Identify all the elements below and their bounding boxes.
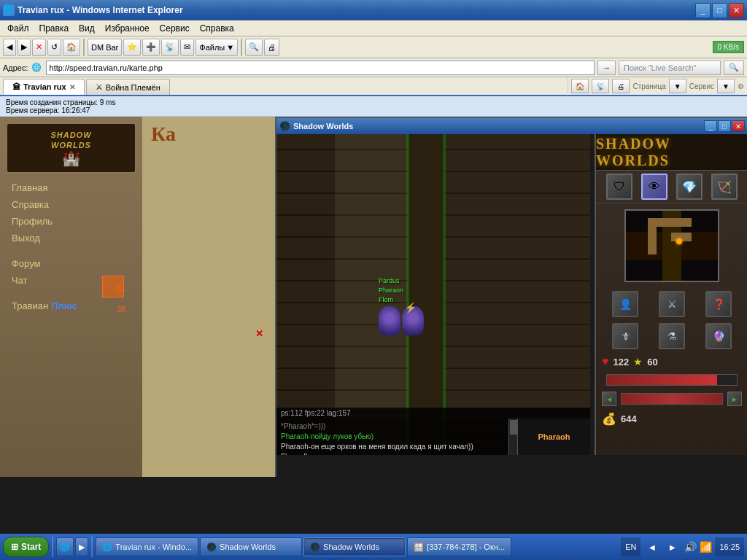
tab-war-icon: ⚔: [96, 82, 103, 92]
action-row-2: 🗡 ⚗ 🔮: [596, 320, 747, 352]
menu-bar: Файл Правка Вид Избранное Сервис Справка: [0, 20, 747, 36]
address-input[interactable]: [46, 61, 595, 75]
next-lang-btn[interactable]: ▶: [664, 540, 681, 554]
lang-indicator[interactable]: EN: [621, 537, 640, 556]
taskbar-item-sw2[interactable]: 🌑 Shadow Worlds: [303, 537, 406, 556]
search-go-btn[interactable]: 🔍: [724, 61, 744, 75]
refresh-button[interactable]: ↺: [47, 39, 61, 56]
taskbar-item-window[interactable]: 🪟 [337-784-278] - Окн...: [407, 537, 511, 556]
print-btn[interactable]: 🖨: [264, 39, 279, 56]
wall-right: [444, 134, 590, 455]
green-line-right: [443, 134, 446, 455]
search-btn[interactable]: 🔍: [245, 39, 263, 56]
character-group: Pardus Pharaon Flom ⚡: [379, 276, 424, 335]
tabs-bar: 🏛 Travian rux ✕ ⚔ Война Племён 🏠 📡 🖨 Стр…: [0, 77, 747, 96]
minimize-button[interactable]: _: [695, 3, 711, 18]
action-help-btn[interactable]: ❓: [705, 291, 732, 317]
menu-view[interactable]: Вид: [74, 22, 99, 35]
action-inventory-btn[interactable]: 👤: [612, 291, 638, 317]
forward-button[interactable]: ▶: [18, 39, 31, 56]
menu-tools[interactable]: Сервис: [155, 22, 194, 35]
address-bar: Адрес: 🌐 → Поиск "Live Search" 🔍: [0, 58, 747, 77]
bottom-bar: ◄ ►: [596, 389, 747, 409]
nav-link-exit[interactable]: Выход: [6, 230, 136, 246]
tab-travian-close[interactable]: ✕: [69, 83, 75, 91]
service-btn[interactable]: ▼: [717, 79, 735, 93]
taskbar: ⊞ Start 🌐 ▶ 🌐 Travian rux - Windo... 🌑 S…: [0, 534, 747, 560]
back-button[interactable]: ◀: [3, 39, 16, 56]
sw-minimize-btn[interactable]: _: [704, 120, 717, 132]
gold-amount: 644: [621, 413, 637, 424]
browser-toolbar: ◀ ▶ ✕ ↺ 🏠 DM Bar ⭐ ➕ 📡 ✉ Файлы ▼ 🔍 🖨 0 K…: [0, 36, 747, 58]
go-button[interactable]: →: [597, 61, 616, 75]
quicklaunch-media[interactable]: ▶: [75, 537, 88, 556]
sidebar: SHADOW WORLDS 🏰 Главная Справка Профиль …: [0, 117, 142, 477]
files-dropdown[interactable]: Файлы ▼: [196, 39, 238, 56]
taskbar-item-travian[interactable]: 🌐 Travian rux - Windo...: [96, 537, 198, 556]
action-magic-btn[interactable]: 🔮: [705, 323, 732, 349]
gold-bar: 💰 644: [596, 409, 747, 429]
nav-link-profile[interactable]: Профиль: [6, 213, 136, 230]
taskbar-travian-label: Travian rux - Windo...: [115, 542, 192, 551]
rss-button[interactable]: 📡: [161, 39, 179, 56]
tab-war[interactable]: ⚔ Война Племён: [86, 79, 170, 95]
taskbar-divider-2: [91, 537, 93, 557]
dm-bar-button[interactable]: DM Bar: [88, 39, 122, 56]
nav-link-forum[interactable]: Форум: [6, 255, 136, 272]
char-icon-warrior[interactable]: 🛡: [606, 174, 632, 200]
logo-icon: 🏰: [50, 149, 91, 167]
sw-close-btn[interactable]: ✕: [732, 120, 745, 132]
plus-label: Плюс: [51, 300, 77, 311]
dungeon-bg: Pardus Pharaon Flom ⚡: [276, 134, 590, 455]
start-button[interactable]: ⊞ Start: [3, 537, 49, 557]
chat-scrollbar[interactable]: [508, 419, 517, 455]
menu-edit[interactable]: Правка: [35, 22, 74, 35]
action-potion-btn[interactable]: ⚗: [659, 323, 685, 349]
nav-right-btn[interactable]: ►: [727, 392, 742, 406]
stop-button[interactable]: ✕: [32, 39, 46, 56]
page-btn[interactable]: ▼: [669, 79, 686, 93]
start-label: Start: [21, 542, 41, 552]
close-button[interactable]: ✕: [729, 3, 744, 18]
rss-icon-btn[interactable]: 📡: [592, 79, 609, 93]
home-icon-btn[interactable]: 🏠: [571, 79, 589, 93]
taskbar-sw1-icon: 🌑: [206, 542, 217, 552]
restore-button[interactable]: □: [712, 3, 727, 18]
char-name-pardus: Pardus: [379, 276, 424, 286]
window-title: Travian rux - Windows Internet Explorer: [18, 5, 692, 15]
taskbar-window-label: [337-784-278] - Окн...: [427, 542, 505, 551]
hp-value: 122: [614, 357, 630, 368]
nav-left-btn[interactable]: ◄: [602, 392, 616, 406]
action-row-1: 👤 ⚔ ❓: [596, 288, 747, 320]
add-favorites-button[interactable]: ➕: [142, 39, 160, 56]
sw-restore-btn[interactable]: □: [718, 120, 731, 132]
direction-bar: [621, 393, 723, 405]
char-icon-gem[interactable]: 💎: [676, 174, 703, 200]
network-icon[interactable]: 📶: [700, 541, 712, 553]
char-icon-archer[interactable]: 🏹: [711, 174, 738, 200]
ie-icon: 🌐: [3, 4, 15, 16]
menu-file[interactable]: Файл: [3, 22, 34, 35]
action-combat-btn[interactable]: ⚔: [659, 291, 685, 317]
taskbar-clock: 16:25: [715, 537, 744, 556]
menu-help[interactable]: Справка: [196, 22, 239, 35]
taskbar-ie-icon: 🌐: [102, 542, 112, 552]
quicklaunch-ie[interactable]: 🌐: [56, 537, 74, 556]
nav-link-home[interactable]: Главная: [6, 179, 136, 196]
server-time: Время сервера: 16:26:47: [6, 106, 115, 114]
char-icon-mage[interactable]: 👁: [641, 174, 667, 200]
gear-icon: ⚙: [738, 82, 744, 90]
tab-travian[interactable]: 🏛 Travian rux ✕: [3, 79, 85, 95]
volume-icon[interactable]: 🔊: [684, 541, 697, 553]
live-search-input[interactable]: Поиск "Live Search": [619, 61, 721, 75]
taskbar-item-sw1[interactable]: 🌑 Shadow Worlds: [200, 537, 302, 556]
print-icon-btn[interactable]: 🖨: [612, 79, 630, 93]
menu-favorites[interactable]: Избранное: [101, 22, 154, 35]
nav-link-help[interactable]: Справка: [6, 196, 136, 213]
web-content: Ка l-10) l-9) ✕ 🌑 Shadow Worlds _ □: [142, 117, 747, 477]
mail-button[interactable]: ✉: [180, 39, 194, 56]
home-button[interactable]: 🏠: [63, 39, 80, 56]
prev-lang-btn[interactable]: ◀: [643, 540, 661, 554]
star-button[interactable]: ⭐: [123, 39, 141, 56]
action-weapon-btn[interactable]: 🗡: [612, 323, 638, 349]
